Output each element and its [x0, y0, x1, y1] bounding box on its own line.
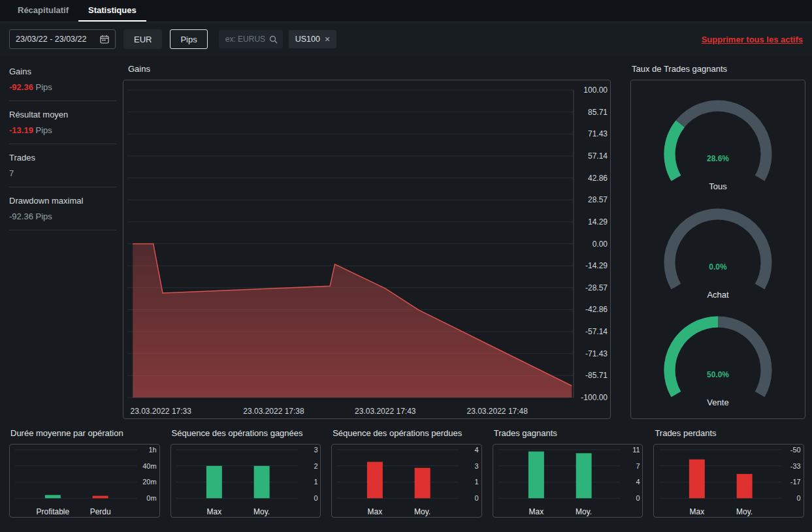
svg-text:-50: -50	[790, 446, 801, 454]
stat-resultat-moyen: Résultat moyen -13.19 Pips	[9, 106, 116, 144]
gains-chart-panel: 100.0085.7171.4357.1442.8628.5714.290.00…	[123, 80, 611, 419]
currency-button[interactable]: EUR	[123, 29, 162, 49]
unit-button-pips[interactable]: Pips	[170, 29, 207, 49]
svg-text:4: 4	[475, 446, 479, 454]
duration-section: Durée moyenne par opération 1h40m20m0mPr…	[9, 426, 160, 518]
svg-text:85.71: 85.71	[588, 108, 608, 117]
asset-search-input[interactable]	[224, 34, 267, 44]
svg-text:71.43: 71.43	[588, 129, 608, 138]
stat-label: Résultat moyen	[9, 110, 116, 119]
stats-sidebar: Gains -92.36 Pips Résultat moyen -13.19 …	[9, 61, 116, 419]
stat-trades: Trades 7	[9, 149, 116, 187]
chip-close-icon[interactable]: ×	[325, 35, 330, 44]
stat-value: 7	[9, 168, 116, 178]
duration-panel: 1h40m20m0mProfitablePerdu	[9, 444, 160, 518]
tab-statistiques[interactable]: Statistiques	[78, 0, 146, 22]
losing-trades-bar-chart: -50-33-170MaxMoy.	[654, 445, 804, 517]
svg-text:7: 7	[636, 462, 640, 470]
winning-trades-section: Trades gagnants 11740MaxMoy.	[493, 426, 643, 518]
winning-trades-title: Trades gagnants	[494, 428, 643, 438]
duration-bar-chart: 1h40m20m0mProfitablePerdu	[10, 445, 159, 517]
svg-text:11: 11	[632, 446, 640, 454]
tab-recapitulatif[interactable]: Récapitulatif	[8, 0, 78, 22]
svg-text:-28.57: -28.57	[585, 283, 608, 292]
stat-label: Trades	[9, 153, 116, 163]
stat-value: -13.19 Pips	[9, 125, 116, 135]
gauge-value-arc	[670, 124, 680, 178]
svg-text:23.03.2022 17:43: 23.03.2022 17:43	[355, 407, 416, 416]
asset-chip-label: US100	[295, 35, 320, 44]
svg-text:23.03.2022 17:33: 23.03.2022 17:33	[130, 407, 191, 416]
svg-text:-14.29: -14.29	[585, 261, 608, 270]
gains-chart-section: Gains 100.0085.7171.4357.1442.8628.5714.…	[123, 61, 611, 419]
svg-text:42.86: 42.86	[588, 174, 608, 183]
gauge-tous-value: 28.6%	[651, 154, 785, 163]
search-icon	[269, 35, 278, 44]
svg-text:40m: 40m	[142, 462, 156, 470]
bar-profitable	[45, 495, 61, 498]
losing-trades-panel: -50-33-170MaxMoy.	[653, 444, 804, 518]
svg-text:-17: -17	[790, 478, 801, 486]
svg-text:23.03.2022 17:38: 23.03.2022 17:38	[243, 407, 304, 416]
svg-text:Profitable: Profitable	[37, 507, 70, 516]
stat-unit: Pips	[33, 125, 52, 135]
svg-text:1: 1	[314, 478, 317, 486]
svg-text:Max: Max	[690, 507, 705, 516]
win-streak-panel: 3210MaxMoy.	[171, 444, 321, 518]
loss-streak-title: Séquence des opérations perdues	[333, 428, 482, 438]
tabs-bar: Récapitulatif Statistiques	[0, 0, 812, 22]
win-streak-section: Séquence des opérations gagnées 3210MaxM…	[171, 426, 321, 518]
bar-moy	[737, 474, 753, 498]
svg-text:Max: Max	[206, 507, 221, 516]
loss-streak-panel: 4310MaxMoy.	[331, 444, 482, 518]
svg-text:57.14: 57.14	[588, 151, 608, 161]
gauge-achat-value: 0.0%	[651, 262, 785, 272]
svg-text:1h: 1h	[148, 446, 156, 454]
stat-label: Gains	[9, 67, 116, 76]
gains-line-chart: 100.0085.7171.4357.1442.8628.5714.290.00…	[123, 80, 610, 418]
asset-chip-us100[interactable]: US100 ×	[289, 30, 336, 48]
loss-streak-section: Séquence des opérations perdues 4310MaxM…	[331, 426, 482, 518]
duration-title: Durée moyenne par opération	[10, 428, 160, 438]
svg-text:2: 2	[314, 462, 317, 470]
svg-text:Moy.: Moy.	[576, 507, 592, 516]
svg-text:0m: 0m	[146, 494, 156, 502]
gauge-achat-arc	[651, 200, 785, 295]
gains-chart-title: Gains	[128, 64, 611, 74]
svg-text:20m: 20m	[142, 478, 156, 486]
win-rate-title: Taux de Trades gagnants	[632, 64, 805, 74]
svg-text:-71.43: -71.43	[585, 349, 608, 358]
losing-trades-section: Trades perdants -50-33-170MaxMoy.	[653, 426, 804, 518]
bar-max	[689, 460, 705, 498]
svg-text:0: 0	[797, 494, 801, 502]
app-root: Récapitulatif Statistiques 23/03/22 - 23…	[0, 0, 812, 518]
date-range-input[interactable]: 23/03/22 - 23/03/22	[9, 29, 116, 49]
winning-trades-panel: 11740MaxMoy.	[493, 444, 643, 518]
gauge-value-arc	[670, 322, 718, 394]
svg-text:Moy.: Moy.	[414, 507, 430, 516]
stat-drawdown-maximal: Drawdown maximal -92.36 Pips	[9, 192, 116, 230]
gauge-track	[670, 214, 766, 287]
svg-text:3: 3	[314, 446, 317, 454]
gauge-vente: 50.0% Vente	[651, 307, 785, 407]
svg-text:Moy.: Moy.	[737, 507, 753, 516]
calendar-icon[interactable]	[100, 35, 109, 44]
svg-text:4: 4	[636, 478, 640, 486]
stat-number: -13.19	[9, 125, 33, 135]
svg-text:Max: Max	[528, 507, 544, 516]
svg-text:1: 1	[475, 478, 479, 486]
gains-area-fill	[133, 244, 572, 398]
toolbar: 23/03/22 - 23/03/22 EUR Pips US100 × Sup…	[0, 22, 812, 56]
gauge-vente-value: 50.0%	[651, 370, 785, 379]
gauge-vente-arc	[651, 307, 785, 403]
win-rate-section: Taux de Trades gagnants 28.6% Tous 0.0% …	[630, 61, 805, 419]
svg-text:Moy.: Moy.	[253, 507, 270, 516]
svg-text:-85.71: -85.71	[585, 371, 608, 380]
svg-text:0: 0	[636, 494, 640, 502]
svg-text:0: 0	[475, 494, 479, 502]
clear-assets-link[interactable]: Supprimer tous les actifs	[702, 35, 803, 44]
gauge-achat-label: Achat	[651, 290, 785, 300]
loss-streak-bar-chart: 4310MaxMoy.	[332, 445, 481, 517]
stat-number: -92.36	[9, 211, 33, 221]
content-area: Gains -92.36 Pips Résultat moyen -13.19 …	[0, 56, 812, 419]
